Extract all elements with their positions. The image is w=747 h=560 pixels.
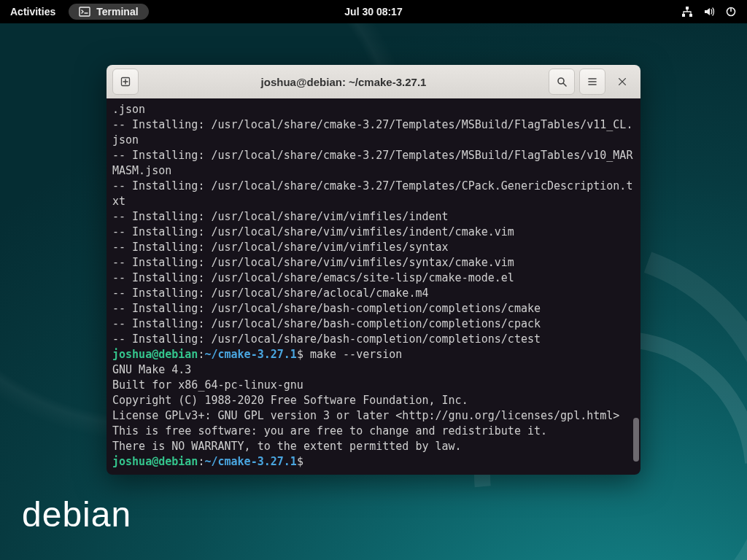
close-button[interactable] (610, 69, 635, 94)
terminal-output-line: -- Installing: /usr/local/share/bash-com… (112, 301, 635, 316)
svg-rect-2 (682, 14, 685, 17)
terminal-output-line: GNU Make 4.3 (112, 362, 635, 378)
current-app-indicator[interactable]: Terminal (69, 4, 148, 20)
window-titlebar[interactable]: joshua@debian: ~/cmake-3.27.1 (107, 65, 640, 98)
network-icon[interactable] (681, 6, 693, 18)
terminal-output-line: -- Installing: /usr/local/share/cmake-3.… (112, 117, 635, 148)
svg-rect-1 (686, 7, 689, 9)
power-icon[interactable] (725, 6, 737, 18)
gnome-topbar: Activities Terminal Jul 30 08:17 (0, 0, 747, 23)
terminal-output-line: -- Installing: /usr/local/share/vim/vimf… (112, 240, 635, 255)
terminal-window: joshua@debian: ~/cmake-3.27.1 .json-- In… (107, 65, 640, 475)
hamburger-menu-button[interactable] (579, 69, 605, 95)
current-app-name: Terminal (96, 6, 138, 18)
terminal-output-line: -- Installing: /usr/local/share/cmake-3.… (112, 148, 635, 179)
search-button[interactable] (549, 69, 575, 95)
scrollbar-thumb[interactable] (633, 418, 639, 462)
svg-line-8 (563, 83, 566, 86)
svg-rect-3 (689, 14, 692, 17)
terminal-scrollbar[interactable] (632, 98, 639, 475)
terminal-output-line: -- Installing: /usr/local/share/bash-com… (112, 316, 635, 332)
terminal-output-line: -- Installing: /usr/local/share/vim/vimf… (112, 209, 635, 225)
debian-logo: debian (22, 494, 131, 534)
terminal-output-line: -- Installing: /usr/local/share/emacs/si… (112, 271, 635, 286)
terminal-prompt-line: joshua@debian:~/cmake-3.27.1$ (112, 454, 635, 470)
terminal-output-line: -- Installing: /usr/local/share/cmake-3.… (112, 179, 635, 209)
window-title: joshua@debian: ~/cmake-3.27.1 (143, 76, 544, 88)
terminal-output-line: Copyright (C) 1988-2020 Free Software Fo… (112, 393, 635, 408)
terminal-output-line: -- Installing: /usr/local/share/aclocal/… (112, 286, 635, 301)
terminal-output-line: -- Installing: /usr/local/share/bash-com… (112, 332, 635, 347)
volume-icon[interactable] (703, 6, 715, 18)
system-tray[interactable] (681, 6, 747, 18)
new-tab-button[interactable] (112, 69, 139, 95)
activities-button[interactable]: Activities (0, 6, 66, 18)
terminal-viewport[interactable]: .json-- Installing: /usr/local/share/cma… (107, 98, 640, 475)
terminal-output-line: -- Installing: /usr/local/share/vim/vimf… (112, 255, 635, 271)
terminal-output-line: .json (112, 102, 635, 117)
terminal-output-line: There is NO WARRANTY, to the extent perm… (112, 439, 635, 454)
terminal-prompt-line: joshua@debian:~/cmake-3.27.1$ make --ver… (112, 347, 635, 362)
svg-rect-0 (80, 7, 90, 16)
terminal-output-line: This is free software: you are free to c… (112, 424, 635, 439)
terminal-output-line: -- Installing: /usr/local/share/vim/vimf… (112, 225, 635, 240)
terminal-app-icon (79, 6, 90, 18)
terminal-output-line: License GPLv3+: GNU GPL version 3 or lat… (112, 408, 635, 424)
terminal-output-line: Built for x86_64-pc-linux-gnu (112, 378, 635, 393)
